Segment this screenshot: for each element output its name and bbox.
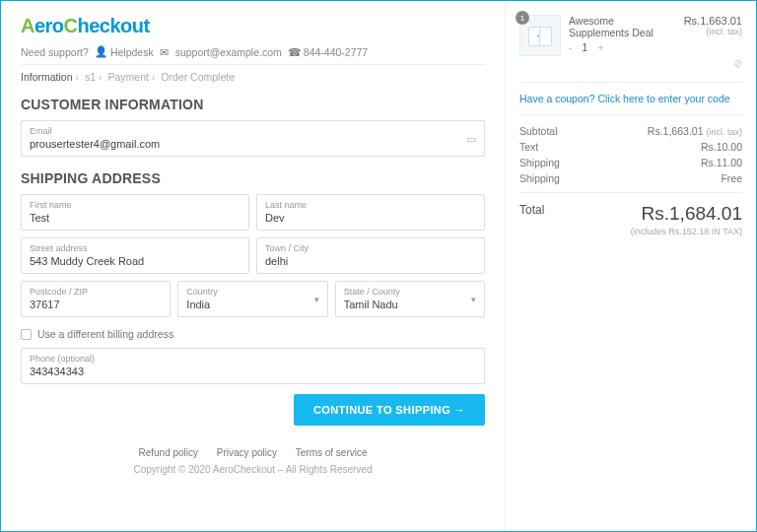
product-thumb: + 1 <box>519 15 561 56</box>
first-name-input[interactable] <box>30 212 241 224</box>
state-select[interactable] <box>344 299 476 310</box>
crumb-payment: Payment <box>107 71 148 83</box>
billing-checkbox[interactable]: Use a different billing address <box>21 328 485 340</box>
contact-card-icon: ▭ <box>466 132 476 145</box>
country-select[interactable] <box>186 299 318 310</box>
email-input[interactable] <box>30 138 476 150</box>
product-name: Awesome Supplements Deal - 1 + <box>569 15 676 56</box>
coupon-link[interactable]: Have a coupon? Click here to enter your … <box>519 82 742 115</box>
city-field[interactable]: Town / City <box>256 237 485 274</box>
city-input[interactable] <box>265 255 476 267</box>
zip-field[interactable]: Postcode / ZIP <box>21 281 171 317</box>
chevron-down-icon: ▾ <box>471 295 476 304</box>
support-bar: Need support? 👤 Helpdesk ✉ support@examp… <box>21 45 485 58</box>
privacy-link[interactable]: Privacy policy <box>217 447 277 458</box>
zip-input[interactable] <box>30 299 162 310</box>
support-phone[interactable]: 844-440-2777 <box>304 46 368 58</box>
first-name-field[interactable]: First name <box>21 194 249 231</box>
street-field[interactable]: Street address <box>21 237 249 274</box>
chevron-down-icon: ▾ <box>314 295 319 304</box>
qty-minus[interactable]: - <box>569 42 572 53</box>
crumb-complete: Order Complete <box>161 71 235 83</box>
phone-input[interactable] <box>30 366 476 377</box>
crumb-s1: s1 <box>85 71 96 83</box>
country-field[interactable]: Country▾ <box>177 281 327 317</box>
last-name-field[interactable]: Last name <box>256 194 485 231</box>
last-name-input[interactable] <box>265 212 476 224</box>
footer-links: Refund policy Privacy policy Terms of se… <box>21 447 485 458</box>
email-field[interactable]: Email ▭ <box>21 120 485 157</box>
qty-stepper[interactable]: - 1 + <box>569 42 676 53</box>
section-customer-info: CUSTOMER INFORMATION <box>21 97 485 112</box>
qty-plus[interactable]: + <box>597 42 603 53</box>
copyright: Copyright © 2020 AeroCheckout – All Righ… <box>21 464 485 475</box>
section-shipping: SHIPPING ADDRESS <box>21 170 485 186</box>
order-total: Total Rs.1,684.01(includes Rs.152.18 IN … <box>519 192 742 236</box>
mail-icon: ✉ <box>160 46 170 58</box>
continue-button[interactable]: CONTINUE TO SHIPPING → <box>294 394 485 426</box>
brand-logo: AeroCheckout <box>21 15 485 37</box>
terms-link[interactable]: Terms of service <box>296 447 368 458</box>
crumb-information[interactable]: Information <box>21 71 73 83</box>
qty-badge: 1 <box>516 11 529 25</box>
helpdesk-link[interactable]: Helpdesk <box>110 46 154 58</box>
phone-icon: ☎ <box>288 46 298 58</box>
summary-lines: SubtotalRs.1,663.01(incl. tax) TextRs.10… <box>519 125 742 184</box>
support-label: Need support? <box>21 46 89 58</box>
checkbox-icon[interactable] <box>21 329 32 340</box>
phone-field[interactable]: Phone (optional) <box>21 348 485 384</box>
cart-item: + 1 Awesome Supplements Deal - 1 + Rs.1,… <box>519 15 742 56</box>
state-field[interactable]: State / County▾ <box>335 281 485 317</box>
support-email[interactable]: support@example.com <box>175 46 282 58</box>
refund-link[interactable]: Refund policy <box>138 447 198 458</box>
trash-icon[interactable]: ⊘ <box>733 57 742 70</box>
product-price: Rs.1,663.01 (incl. tax) <box>684 15 742 56</box>
user-icon: 👤 <box>95 45 104 58</box>
street-input[interactable] <box>30 255 241 267</box>
breadcrumb: Information› s1› Payment› Order Complete <box>21 64 485 83</box>
